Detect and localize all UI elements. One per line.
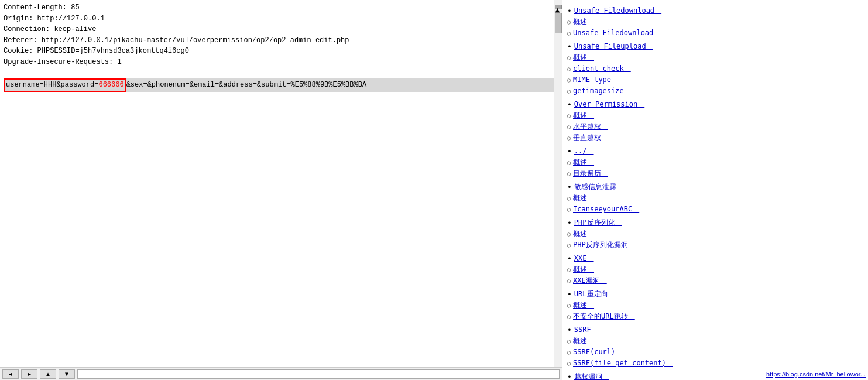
permission-vuln-link[interactable]: 越权漏洞 [574,372,609,380]
nav-up-button[interactable]: ▲ [40,369,56,379]
sub-bullet-icon: ○ [567,135,571,141]
over-permission-children: ○ 概述 ○ 水平越权 ○ 垂直越权 [567,111,856,143]
sub-item-unsafe-url-jump: ○ 不安全的URL跳转 [567,311,856,321]
client-check-link[interactable]: client check [573,64,631,74]
getimagesize-link[interactable]: getimagesize [573,86,631,96]
sub-item-client-check: ○ client check [567,64,856,74]
sensitive-info-children: ○ 概述 ○ IcanseeyourABC [567,193,856,214]
line-upgrade: Upgrade-Insecure-Requests: 1 [4,57,558,68]
watermark-link[interactable]: https://blog.csdn.net/Mr_hellowor... [766,371,866,378]
url-redirect-overview-link[interactable]: 概述 [573,300,594,310]
sub-bullet-icon: ○ [567,159,571,166]
sub-item-dotdot-overview: ○ 概述 [567,158,856,167]
unsafe-filedownload-children: ○ 概述 ○ Unsafe Filedownload [567,17,856,38]
scroll-thumb[interactable] [555,13,562,33]
nav-down-button[interactable]: ▼ [59,369,75,379]
scroll-up-arrow[interactable]: ▲ [555,5,562,9]
php-deserialization-link[interactable]: PHP反序列化 [574,218,622,228]
nav-back-button[interactable]: ◀ [2,369,19,379]
vertical-override-link[interactable]: 垂直越权 [573,133,608,143]
sub-item-php-deserialization-overview: ○ 概述 [567,229,856,239]
php-deserialization-vuln-link[interactable]: PHP反序列化漏洞 [573,240,635,250]
bullet-icon: • [567,100,572,109]
highlight-box: username=HHH&password=666666 [4,78,126,92]
sub-bullet-icon: ○ [567,170,571,177]
bullet-icon: • [567,147,572,156]
sub-item-fileupload-overview: ○ 概述 [567,53,856,63]
sub-bullet-icon: ○ [567,302,571,309]
sidebar-item-unsafe-fileupload: • Unsafe Fileupload ○ 概述 ○ client check … [567,42,856,96]
sub-bullet-icon: ○ [567,313,571,320]
unsafe-filedownload-link[interactable]: Unsafe Filedownload [574,6,661,16]
horizontal-override-link[interactable]: 水平越权 [573,122,608,132]
sub-bullet-icon: ○ [567,19,571,25]
url-redirect-link[interactable]: URL重定向 [574,289,615,299]
php-deserialization-children: ○ 概述 ○ PHP反序列化漏洞 [567,229,856,250]
sub-bullet-icon: ○ [567,360,571,367]
sub-bullet-icon: ○ [567,242,571,248]
bullet-icon: • [567,6,572,15]
sub-item-mime-type: ○ MIME type [567,75,856,85]
ssrf-link[interactable]: SSRF [574,325,598,335]
sub-bullet-icon: ○ [567,338,571,344]
sensitive-overview-link[interactable]: 概述 [573,193,594,203]
over-permission-link[interactable]: Over Permission [574,100,644,109]
icanseeyourabc-link[interactable]: IcanseeyourABC [573,204,639,214]
sidebar: • Unsafe Filedownload ○ 概述 ○ Unsafe File… [562,0,860,380]
ssrf-file-get-content-link[interactable]: SSRF(file_get_content) [573,358,673,368]
php-deserialization-overview-link[interactable]: 概述 [573,229,594,239]
unsafe-fileupload-link[interactable]: Unsafe Fileupload [574,42,653,52]
bullet-icon: • [567,183,572,191]
xxe-link[interactable]: XXE [574,254,594,263]
unsafe-url-jump-link[interactable]: 不安全的URL跳转 [573,311,635,321]
sub-item-horizontal-override: ○ 水平越权 [567,122,856,132]
sub-item-icanseeyourabc: ○ IcanseeyourABC [567,204,856,214]
xxe-vuln-link[interactable]: XXE漏洞 [573,276,607,286]
sensitive-info-link[interactable]: 敏感信息泄露 [574,182,623,192]
bullet-icon: • [567,218,572,227]
sidebar-item-xxe: • XXE ○ 概述 ○ XXE漏洞 [567,254,856,286]
sub-bullet-icon: ○ [567,77,571,83]
sub-bullet-icon: ○ [567,88,571,94]
line-empty [4,68,558,79]
line-referer: Referer: http://127.0.0.1/pikachu-master… [4,35,558,46]
search-input[interactable] [77,369,560,379]
xxe-children: ○ 概述 ○ XXE漏洞 [567,265,856,286]
ssrf-overview-link[interactable]: 概述 [573,336,594,346]
sub-bullet-icon: ○ [567,112,571,119]
sub-item-over-permission-overview: ○ 概述 [567,111,856,121]
sub-item-ssrf-overview: ○ 概述 [567,336,856,346]
sidebar-item-dotdot: • ../ ○ 概述 ○ 目录遍历 [567,146,856,179]
sub-bullet-icon: ○ [567,206,571,213]
over-permission-overview-link[interactable]: 概述 [573,111,594,121]
ssrf-curl-link[interactable]: SSRF(curl) [573,347,622,357]
line-connection: Connection: keep-alive [4,24,558,35]
bullet-icon: • [567,326,572,334]
filedownload-overview-link[interactable]: 概述 [573,17,594,27]
sub-item-filedownload-overview: ○ 概述 [567,17,856,27]
sub-item-php-deserialization-vuln: ○ PHP反序列化漏洞 [567,240,856,250]
line-cookie: Cookie: PHPSESSID=j5h7vhnsd3ca3jkomttq4i… [4,46,558,57]
bullet-icon: • [567,372,572,380]
sub-bullet-icon: ○ [567,54,571,61]
sidebar-item-sensitive-info: • 敏感信息泄露 ○ 概述 ○ IcanseeyourABC [567,182,856,214]
sub-bullet-icon: ○ [567,231,571,237]
sub-item-vertical-override: ○ 垂直越权 [567,133,856,143]
nav-forward-button[interactable]: ▶ [21,369,37,379]
dotdot-link[interactable]: ../ [574,146,594,156]
sub-bullet-icon: ○ [567,349,571,355]
xxe-overview-link[interactable]: 概述 [573,265,594,275]
vertical-scrollbar[interactable]: ▲ [554,0,562,367]
left-section: Content-Length: 85 Origin: http://127.0.… [0,0,562,380]
sidebar-item-over-permission: • Over Permission ○ 概述 ○ 水平越权 ○ 垂直越权 [567,100,856,143]
fileupload-overview-link[interactable]: 概述 [573,53,594,63]
sub-bullet-icon: ○ [567,30,571,36]
dir-traversal-link[interactable]: 目录遍历 [573,169,608,179]
unsafe-filedownload-sub-link[interactable]: Unsafe Filedownload [573,28,660,38]
mime-type-link[interactable]: MIME type [573,75,618,85]
sub-bullet-icon: ○ [567,66,571,72]
sub-item-xxe-vuln: ○ XXE漏洞 [567,276,856,286]
dotdot-overview-link[interactable]: 概述 [573,158,594,167]
sub-item-unsafe-filedownload: ○ Unsafe Filedownload [567,28,856,38]
sub-item-sensitive-overview: ○ 概述 [567,193,856,203]
